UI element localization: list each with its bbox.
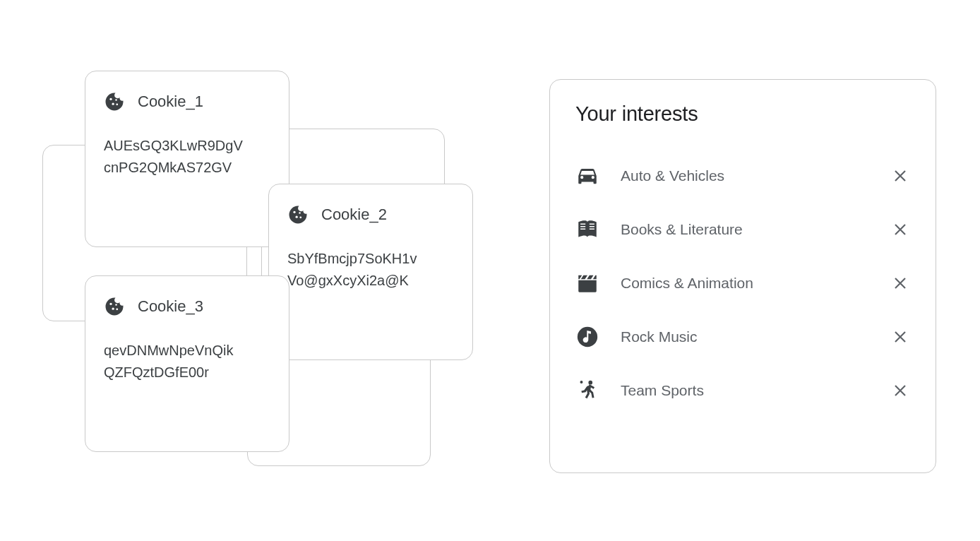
interest-row-team-sports: Team Sports [575, 370, 910, 411]
car-icon [575, 164, 599, 188]
svg-point-0 [109, 98, 112, 100]
cookie-icon [104, 296, 125, 317]
cookie-value: SbYfBmcjp7SoKH1v Vo@gxXcyXi2a@K [287, 248, 454, 292]
cookies-cards-area: Cookie_1 AUEsGQ3KLwR9DgV cnPG2QMkAS72GV … [42, 71, 480, 473]
cookie-value: qevDNMwNpeVnQik QZFQztDGfE00r [104, 340, 270, 384]
interest-label: Team Sports [621, 382, 890, 399]
book-icon [575, 218, 599, 242]
interest-label: Rock Music [621, 328, 890, 345]
svg-point-3 [115, 99, 117, 101]
interests-heading: Your interests [575, 102, 910, 126]
interest-label: Auto & Vehicles [621, 167, 890, 184]
cookie-card-1: Cookie_1 AUEsGQ3KLwR9DgV cnPG2QMkAS72GV [85, 71, 289, 247]
close-icon[interactable] [890, 327, 910, 347]
interest-label: Comics & Animation [621, 275, 890, 292]
interest-row-rock-music: Rock Music [575, 316, 910, 357]
svg-point-9 [112, 308, 114, 310]
clapperboard-icon [575, 271, 599, 295]
sports-icon [575, 379, 599, 403]
svg-point-7 [299, 212, 301, 214]
interest-label: Books & Literature [621, 221, 890, 238]
close-icon[interactable] [890, 381, 910, 400]
cookie-card-2: Cookie_2 SbYfBmcjp7SoKH1v Vo@gxXcyXi2a@K [268, 184, 473, 360]
svg-point-14 [580, 381, 583, 384]
svg-point-1 [112, 103, 114, 105]
cookie-title: Cookie_3 [138, 297, 203, 316]
svg-point-2 [116, 103, 118, 105]
cookie-icon [287, 204, 309, 225]
svg-point-11 [115, 304, 117, 306]
interest-row-auto-vehicles: Auto & Vehicles [575, 155, 910, 196]
svg-point-10 [116, 308, 118, 310]
close-icon[interactable] [890, 166, 910, 186]
svg-point-8 [109, 303, 112, 305]
close-icon[interactable] [890, 273, 910, 293]
cookie-icon [104, 91, 125, 112]
svg-point-13 [588, 381, 592, 385]
interest-row-books-literature: Books & Literature [575, 209, 910, 250]
cookie-value: AUEsGQ3KLwR9DgV cnPG2QMkAS72GV [104, 135, 270, 179]
music-note-icon [575, 325, 599, 349]
svg-point-5 [296, 216, 298, 218]
close-icon[interactable] [890, 220, 910, 239]
cookie-title: Cookie_1 [138, 93, 203, 111]
cookie-title: Cookie_2 [321, 206, 387, 224]
svg-point-6 [299, 216, 301, 218]
cookie-card-3: Cookie_3 qevDNMwNpeVnQik QZFQztDGfE00r [85, 275, 289, 452]
svg-point-4 [293, 211, 295, 213]
interests-panel: Your interests Auto & Vehicles Books & L… [549, 79, 936, 473]
interest-row-comics-animation: Comics & Animation [575, 263, 910, 304]
